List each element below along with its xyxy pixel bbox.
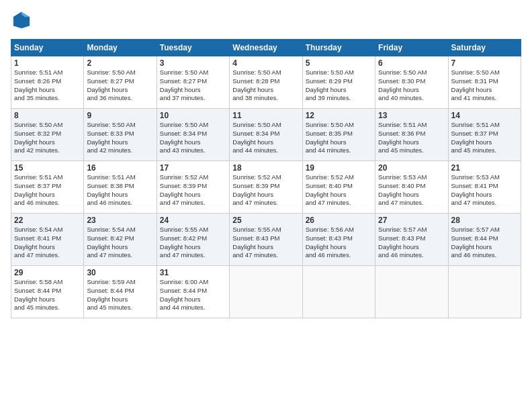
day-number: 15	[14, 163, 81, 173]
day-info: Sunrise: 5:50 AMSunset: 8:30 PMDaylight …	[378, 68, 427, 101]
calendar-cell: 4Sunrise: 5:50 AMSunset: 8:28 PMDaylight…	[230, 56, 302, 109]
calendar-cell	[375, 266, 448, 318]
day-number: 23	[87, 216, 153, 225]
calendar-body: 1Sunrise: 5:51 AMSunset: 8:26 PMDaylight…	[11, 56, 521, 318]
weekday-header-thursday: Thursday	[302, 40, 375, 56]
calendar-cell: 15Sunrise: 5:51 AMSunset: 8:37 PMDayligh…	[11, 161, 84, 214]
day-number: 10	[160, 111, 226, 120]
day-number: 26	[306, 216, 372, 225]
day-info: Sunrise: 5:51 AMSunset: 8:26 PMDaylight …	[14, 68, 62, 101]
day-number: 27	[378, 216, 445, 225]
day-info: Sunrise: 5:58 AMSunset: 8:44 PMDaylight …	[14, 278, 62, 311]
calendar-cell: 29Sunrise: 5:58 AMSunset: 8:44 PMDayligh…	[11, 266, 84, 318]
day-number: 22	[14, 216, 81, 225]
calendar-cell: 19Sunrise: 5:52 AMSunset: 8:40 PMDayligh…	[302, 161, 375, 214]
calendar-week-1: 1Sunrise: 5:51 AMSunset: 8:26 PMDaylight…	[11, 56, 521, 109]
day-info: Sunrise: 5:52 AMSunset: 8:39 PMDaylight …	[232, 173, 281, 206]
calendar-cell: 21Sunrise: 5:53 AMSunset: 8:41 PMDayligh…	[448, 161, 521, 214]
calendar-cell: 13Sunrise: 5:51 AMSunset: 8:36 PMDayligh…	[375, 109, 448, 161]
day-number: 29	[14, 268, 81, 277]
day-number: 24	[160, 216, 226, 225]
day-info: Sunrise: 5:50 AMSunset: 8:35 PMDaylight …	[306, 121, 354, 154]
day-number: 16	[87, 163, 153, 173]
day-number: 17	[160, 163, 226, 173]
day-info: Sunrise: 5:51 AMSunset: 8:37 PMDaylight …	[451, 121, 500, 154]
calendar-cell: 30Sunrise: 5:59 AMSunset: 8:44 PMDayligh…	[84, 266, 157, 318]
calendar-cell: 6Sunrise: 5:50 AMSunset: 8:30 PMDaylight…	[375, 56, 448, 109]
calendar-header-row: SundayMondayTuesdayWednesdayThursdayFrid…	[11, 40, 521, 56]
day-number: 1	[14, 58, 81, 68]
calendar-week-4: 22Sunrise: 5:54 AMSunset: 8:41 PMDayligh…	[11, 214, 521, 266]
weekday-header-tuesday: Tuesday	[157, 40, 229, 56]
day-info: Sunrise: 5:50 AMSunset: 8:32 PMDaylight …	[14, 121, 62, 154]
day-info: Sunrise: 5:52 AMSunset: 8:40 PMDaylight …	[306, 173, 354, 206]
calendar-cell: 10Sunrise: 5:50 AMSunset: 8:34 PMDayligh…	[157, 109, 229, 161]
day-number: 7	[451, 58, 518, 68]
day-info: Sunrise: 5:50 AMSunset: 8:28 PMDaylight …	[232, 68, 281, 101]
calendar-cell: 14Sunrise: 5:51 AMSunset: 8:37 PMDayligh…	[448, 109, 521, 161]
calendar-cell: 5Sunrise: 5:50 AMSunset: 8:29 PMDaylight…	[302, 56, 375, 109]
day-info: Sunrise: 5:50 AMSunset: 8:27 PMDaylight …	[87, 68, 135, 101]
day-info: Sunrise: 5:50 AMSunset: 8:33 PMDaylight …	[87, 121, 135, 154]
day-number: 5	[306, 58, 372, 68]
calendar-week-3: 15Sunrise: 5:51 AMSunset: 8:37 PMDayligh…	[11, 161, 521, 214]
calendar-cell: 16Sunrise: 5:51 AMSunset: 8:38 PMDayligh…	[84, 161, 157, 214]
calendar-week-2: 8Sunrise: 5:50 AMSunset: 8:32 PMDaylight…	[11, 109, 521, 161]
calendar-cell: 11Sunrise: 5:50 AMSunset: 8:34 PMDayligh…	[230, 109, 302, 161]
day-info: Sunrise: 5:52 AMSunset: 8:39 PMDaylight …	[160, 173, 208, 206]
day-info: Sunrise: 5:56 AMSunset: 8:43 PMDaylight …	[306, 226, 354, 259]
day-number: 18	[232, 163, 299, 173]
day-info: Sunrise: 5:51 AMSunset: 8:37 PMDaylight …	[14, 173, 62, 206]
calendar-cell: 23Sunrise: 5:54 AMSunset: 8:42 PMDayligh…	[84, 214, 157, 266]
weekday-header-monday: Monday	[84, 40, 157, 56]
day-number: 11	[232, 111, 299, 120]
calendar-cell: 25Sunrise: 5:55 AMSunset: 8:43 PMDayligh…	[230, 214, 302, 266]
weekday-header-friday: Friday	[375, 40, 448, 56]
day-number: 31	[160, 268, 226, 277]
calendar-week-5: 29Sunrise: 5:58 AMSunset: 8:44 PMDayligh…	[11, 266, 521, 318]
day-info: Sunrise: 5:57 AMSunset: 8:43 PMDaylight …	[378, 226, 427, 259]
calendar-cell	[302, 266, 375, 318]
day-number: 6	[378, 58, 445, 68]
calendar-cell: 22Sunrise: 5:54 AMSunset: 8:41 PMDayligh…	[11, 214, 84, 266]
calendar-cell	[230, 266, 302, 318]
day-number: 12	[306, 111, 372, 120]
day-info: Sunrise: 5:50 AMSunset: 8:29 PMDaylight …	[306, 68, 354, 101]
calendar-cell: 28Sunrise: 5:57 AMSunset: 8:44 PMDayligh…	[448, 214, 521, 266]
calendar-cell	[448, 266, 521, 318]
weekday-header-sunday: Sunday	[11, 40, 84, 56]
calendar-cell: 24Sunrise: 5:55 AMSunset: 8:42 PMDayligh…	[157, 214, 229, 266]
day-number: 9	[87, 111, 153, 120]
day-info: Sunrise: 5:50 AMSunset: 8:27 PMDaylight …	[160, 68, 208, 101]
day-info: Sunrise: 5:50 AMSunset: 8:34 PMDaylight …	[232, 121, 281, 154]
day-info: Sunrise: 5:51 AMSunset: 8:38 PMDaylight …	[87, 173, 135, 206]
day-info: Sunrise: 5:57 AMSunset: 8:44 PMDaylight …	[451, 226, 500, 259]
day-info: Sunrise: 5:54 AMSunset: 8:42 PMDaylight …	[87, 226, 135, 259]
day-number: 3	[160, 58, 226, 68]
calendar-cell: 1Sunrise: 5:51 AMSunset: 8:26 PMDaylight…	[11, 56, 84, 109]
calendar-table: SundayMondayTuesdayWednesdayThursdayFrid…	[11, 39, 521, 318]
day-info: Sunrise: 5:55 AMSunset: 8:43 PMDaylight …	[232, 226, 281, 259]
calendar-cell: 18Sunrise: 5:52 AMSunset: 8:39 PMDayligh…	[230, 161, 302, 214]
day-number: 20	[378, 163, 445, 173]
day-number: 13	[378, 111, 445, 120]
weekday-header-wednesday: Wednesday	[230, 40, 302, 56]
day-number: 14	[451, 111, 518, 120]
calendar-cell: 27Sunrise: 5:57 AMSunset: 8:43 PMDayligh…	[375, 214, 448, 266]
day-info: Sunrise: 5:51 AMSunset: 8:36 PMDaylight …	[378, 121, 427, 154]
day-info: Sunrise: 5:50 AMSunset: 8:34 PMDaylight …	[160, 121, 208, 154]
calendar-page: SundayMondayTuesdayWednesdayThursdayFrid…	[0, 0, 532, 411]
day-number: 21	[451, 163, 518, 173]
day-info: Sunrise: 5:50 AMSunset: 8:31 PMDaylight …	[451, 68, 500, 101]
calendar-cell: 26Sunrise: 5:56 AMSunset: 8:43 PMDayligh…	[302, 214, 375, 266]
day-number: 2	[87, 58, 153, 68]
day-info: Sunrise: 5:53 AMSunset: 8:41 PMDaylight …	[451, 173, 500, 206]
day-number: 4	[232, 58, 299, 68]
calendar-cell: 9Sunrise: 5:50 AMSunset: 8:33 PMDaylight…	[84, 109, 157, 161]
weekday-header-saturday: Saturday	[448, 40, 521, 56]
day-info: Sunrise: 5:55 AMSunset: 8:42 PMDaylight …	[160, 226, 208, 259]
calendar-cell: 8Sunrise: 5:50 AMSunset: 8:32 PMDaylight…	[11, 109, 84, 161]
day-info: Sunrise: 6:00 AMSunset: 8:44 PMDaylight …	[160, 278, 208, 311]
calendar-cell: 17Sunrise: 5:52 AMSunset: 8:39 PMDayligh…	[157, 161, 229, 214]
calendar-cell: 2Sunrise: 5:50 AMSunset: 8:27 PMDaylight…	[84, 56, 157, 109]
